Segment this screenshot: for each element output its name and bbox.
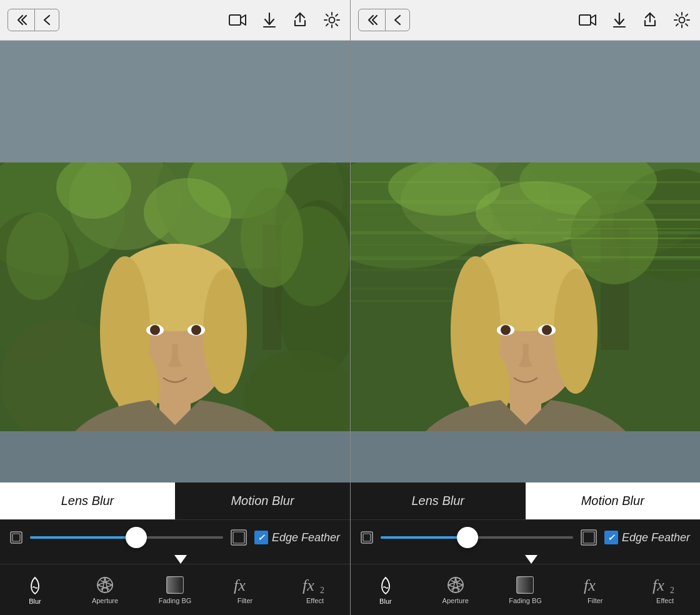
right-tool-aperture[interactable]: Aperture (421, 564, 491, 615)
left-blur-label: Blur (29, 598, 41, 605)
effect-tool-icon: fx 2 (302, 576, 328, 594)
share-icon (292, 12, 308, 28)
small-photo-icon (361, 531, 373, 544)
right-slider-small-icon (361, 531, 373, 544)
svg-line-91 (452, 578, 456, 592)
left-photo (0, 162, 350, 431)
blur-tool-icon (26, 575, 44, 595)
left-edge-feather-checkbox[interactable]: ✓ (254, 531, 268, 544)
right-gray-top (351, 41, 700, 162)
right-download-button[interactable] (610, 9, 629, 31)
left-back-button[interactable] (35, 9, 59, 31)
left-fading-bg-label: Fading BG (159, 597, 192, 604)
right-slider-thumb[interactable] (457, 527, 478, 548)
left-bottom-toolbar: Blur Aperture (0, 564, 350, 615)
left-panel: Lens Blur Motion Blur (0, 0, 350, 615)
svg-point-30 (191, 325, 201, 335)
right-toolbar-right (576, 9, 692, 31)
right-video-button[interactable] (576, 11, 599, 29)
svg-text:fx: fx (652, 576, 664, 594)
right-lens-blur-tab[interactable]: Lens Blur (351, 482, 526, 519)
back-double-icon (14, 13, 28, 27)
svg-text:fx: fx (584, 576, 596, 594)
left-back-group (8, 9, 59, 31)
left-tool-filter[interactable]: fx Filter (210, 564, 280, 615)
svg-rect-81 (557, 219, 700, 221)
right-slider-large-icon (581, 529, 597, 546)
right-bottom-toolbar: Blur Aperture (351, 564, 700, 615)
right-effect-label: Effect (656, 597, 674, 604)
left-download-button[interactable] (260, 9, 279, 31)
svg-rect-43 (167, 577, 183, 593)
left-effect-label: Effect (306, 597, 324, 604)
effect-tool-icon: fx 2 (652, 576, 678, 594)
small-photo-icon (10, 531, 22, 544)
right-slider-track[interactable] (381, 536, 573, 539)
right-panel: Lens Blur Motion Blur (350, 0, 700, 615)
svg-rect-47 (579, 15, 591, 25)
left-video-button[interactable] (226, 11, 249, 29)
svg-rect-84 (576, 247, 700, 248)
svg-point-3 (329, 18, 335, 23)
right-tool-filter[interactable]: fx Filter (560, 564, 630, 615)
svg-line-36 (102, 578, 105, 592)
svg-text:2: 2 (670, 586, 674, 594)
right-toolbar (351, 0, 700, 41)
left-slider-thumb[interactable] (126, 527, 147, 548)
left-motion-blur-tab[interactable]: Motion Blur (175, 482, 350, 519)
left-slider-large-icon (231, 529, 247, 546)
svg-rect-32 (12, 534, 20, 541)
left-aperture-label: Aperture (92, 597, 118, 604)
back-icon (392, 13, 403, 27)
video-icon (229, 13, 246, 27)
right-tool-blur[interactable]: Blur (351, 564, 421, 615)
back-double-icon (365, 13, 379, 27)
right-indicator-triangle (525, 555, 538, 564)
left-tool-blur[interactable]: Blur (0, 564, 70, 615)
left-tool-effect[interactable]: fx 2 Effect (280, 564, 350, 615)
left-toolbar-right (226, 9, 342, 31)
right-slider-fill (381, 536, 468, 539)
svg-point-80 (542, 325, 552, 335)
right-motion-blur-tab[interactable]: Motion Blur (526, 482, 701, 519)
left-photo-area (0, 162, 350, 482)
right-tool-effect[interactable]: fx 2 Effect (630, 564, 700, 615)
svg-text:2: 2 (320, 586, 324, 594)
settings-icon (674, 12, 690, 28)
left-settings-button[interactable] (321, 9, 342, 31)
svg-rect-82 (569, 228, 700, 229)
svg-rect-89 (583, 532, 594, 543)
settings-icon (324, 12, 340, 28)
svg-rect-34 (233, 532, 244, 543)
left-toolbar (0, 0, 350, 41)
left-controls: Lens Blur Motion Blur (0, 482, 350, 615)
left-slider-fill (30, 536, 136, 539)
svg-point-19 (241, 188, 303, 288)
right-tool-fading-bg[interactable]: Fading BG (491, 564, 561, 615)
svg-text:fx: fx (234, 576, 246, 594)
aperture-tool-icon (446, 576, 465, 594)
left-slider-row: ✓ Edge Feather (0, 520, 350, 555)
download-icon (262, 12, 276, 28)
video-icon (579, 13, 596, 27)
left-gray-top (0, 41, 350, 162)
right-back-button[interactable] (386, 9, 409, 31)
left-slider-track[interactable] (30, 536, 223, 539)
left-tool-fading-bg[interactable]: Fading BG (140, 564, 210, 615)
left-back-double-button[interactable] (8, 9, 35, 31)
right-share-button[interactable] (640, 9, 660, 31)
aperture-tool-icon (96, 576, 114, 594)
right-back-double-button[interactable] (359, 9, 386, 31)
left-indicator-triangle (174, 555, 187, 564)
left-tool-aperture[interactable]: Aperture (70, 564, 140, 615)
svg-point-28 (150, 325, 160, 335)
svg-rect-98 (517, 577, 533, 593)
filter-tool-icon: fx (234, 576, 256, 594)
left-share-button[interactable] (290, 9, 310, 31)
svg-line-92 (456, 578, 459, 592)
right-settings-button[interactable] (671, 9, 692, 31)
left-filter-label: Filter (238, 597, 252, 604)
right-edge-feather-checkbox[interactable]: ✓ (604, 531, 618, 544)
left-lens-blur-tab[interactable]: Lens Blur (0, 482, 175, 519)
right-edge-feather: ✓ Edge Feather (604, 531, 690, 544)
